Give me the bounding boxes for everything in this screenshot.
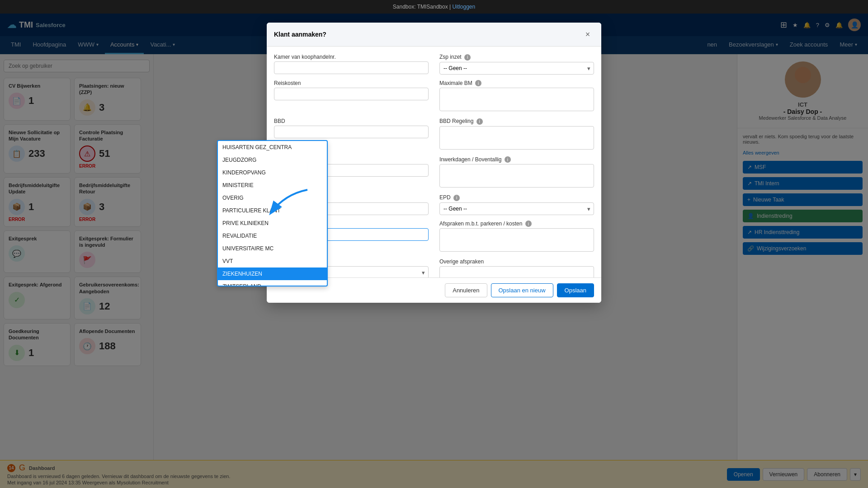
dropdown-item-2[interactable]: KINDEROPVANG [267, 166, 327, 179]
form-col-bbd: BBD [274, 118, 429, 138]
logout-link[interactable]: Uitloggen [452, 4, 475, 10]
label-inwerkdagen: Inwerkdagen / Boventallig i [439, 156, 594, 163]
info-icon[interactable]: i [464, 54, 471, 61]
label-kamer: Kamer van koophandelnr. [274, 54, 429, 60]
label-epd: EPD i [439, 194, 594, 201]
label-reiskosten: Reiskosten [274, 80, 429, 86]
factuur-email-container: HUISARTEN GEZ_CENTRA JEUGDZORG KINDEROPV… [274, 228, 429, 241]
modal-close-button[interactable]: × [581, 28, 594, 41]
form-row-1: Kamer van koophandelnr. Zsp inzet i -- G… [274, 54, 594, 75]
dropdown-item-7[interactable]: REVALIDATIE [267, 230, 327, 242]
input-kamer[interactable] [274, 61, 429, 74]
form-col-bbd-regeling: BBD Regeling i [439, 118, 594, 151]
dropdown-item-9[interactable]: VVT [267, 255, 327, 267]
info-icon[interactable]: i [476, 118, 483, 125]
textarea-bbd-regeling[interactable] [439, 126, 594, 150]
label-afspraken: Afspraken m.b.t. parkeren / kosten i [439, 221, 594, 227]
dropdown-item-1[interactable]: JEUGDZORG [267, 154, 327, 166]
select-epd-wrapper: -- Geen -- [439, 202, 594, 215]
info-icon[interactable]: i [475, 80, 481, 86]
textarea-afspraken[interactable] [439, 228, 594, 252]
select-epd[interactable]: -- Geen -- [439, 202, 594, 215]
info-icon[interactable]: i [505, 156, 511, 163]
dropdown-item-8[interactable]: UNIVERSITAIRE MC [267, 242, 327, 255]
form-col-factuur-email: Factuur e-mail HUISARTEN GEZ_CENTRA JEUG… [274, 221, 429, 241]
dropdown-list: HUISARTEN GEZ_CENTRA JEUGDZORG KINDEROPV… [267, 141, 327, 286]
form-row-2: Reiskosten Maximale BM i [274, 80, 594, 113]
dropdown-item-5[interactable]: PARTICULIERE KLANT [267, 204, 327, 217]
form-col-reiskosten: Reiskosten [274, 80, 429, 100]
label-zsp: Zsp inzet i [439, 54, 594, 61]
textarea-maxbm[interactable] [439, 88, 594, 111]
label-bbd-regeling: BBD Regeling i [439, 118, 594, 125]
modal-overlay: Klant aanmaken? × Kamer van koophandelnr… [0, 14, 868, 488]
save-button[interactable]: Opslaan [557, 283, 594, 297]
modal-body: Kamer van koophandelnr. Zsp inzet i -- G… [267, 47, 601, 303]
dropdown-item-3[interactable]: MINISTERIE [267, 179, 327, 192]
dropdown-item-10[interactable]: ZIEKENHUIZEN [267, 267, 327, 280]
modal: Klant aanmaken? × Kamer van koophandelnr… [267, 23, 601, 303]
select-zsp-wrapper: -- Geen -- [439, 62, 594, 75]
input-reiskosten[interactable] [274, 88, 429, 100]
save-new-button[interactable]: Opslaan en nieuw [491, 283, 553, 297]
app-wrapper: ☁ TMI Salesforce ⊞ ★ 🔔 ? ⚙ 🔔 👤 TMI Hoofd… [0, 14, 868, 488]
modal-header: Klant aanmaken? × [267, 23, 601, 47]
label-maxbm: Maximale BM i [439, 80, 594, 87]
label-overige-afspraken: Overige afspraken [439, 258, 594, 265]
info-icon[interactable]: i [453, 195, 460, 201]
input-bbd[interactable] [274, 126, 429, 138]
dropdown-item-4[interactable]: OVERIG [267, 192, 327, 204]
form-col-zsp: Zsp inzet i -- Geen -- [439, 54, 594, 75]
dropdown-item-0[interactable]: HUISARTEN GEZ_CENTRA [267, 141, 327, 154]
info-icon[interactable]: i [525, 221, 532, 227]
form-col-inwerkdagen: Inwerkdagen / Boventallig i [439, 156, 594, 189]
cancel-button[interactable]: Annuleren [445, 283, 487, 297]
textarea-inwerkdagen[interactable] [439, 164, 594, 188]
form-col-maxbm: Maximale BM i [439, 80, 594, 113]
form-col-afspraken: Afspraken m.b.t. parkeren / kosten i [439, 221, 594, 253]
dropdown-item-6[interactable]: PRIVE KLINIEKEN [267, 217, 327, 230]
dropdown-container: HUISARTEN GEZ_CENTRA JEUGDZORG KINDEROPV… [267, 140, 328, 286]
form-col-epd: EPD i -- Geen -- [439, 194, 594, 215]
top-bar: Sandbox: TMISandbox | Uitloggen [0, 0, 868, 14]
modal-title: Klant aanmaken? [274, 31, 326, 38]
form-col-kamer: Kamer van koophandelnr. [274, 54, 429, 74]
label-bbd: BBD [274, 118, 429, 124]
select-zsp[interactable]: -- Geen -- [439, 62, 594, 75]
form-row-6: Factuur e-mail HUISARTEN GEZ_CENTRA JEUG… [274, 221, 594, 253]
sandbox-text: Sandbox: TMISandbox | [393, 4, 451, 10]
dropdown-item-11[interactable]: ZWITSERLAND [267, 280, 327, 286]
